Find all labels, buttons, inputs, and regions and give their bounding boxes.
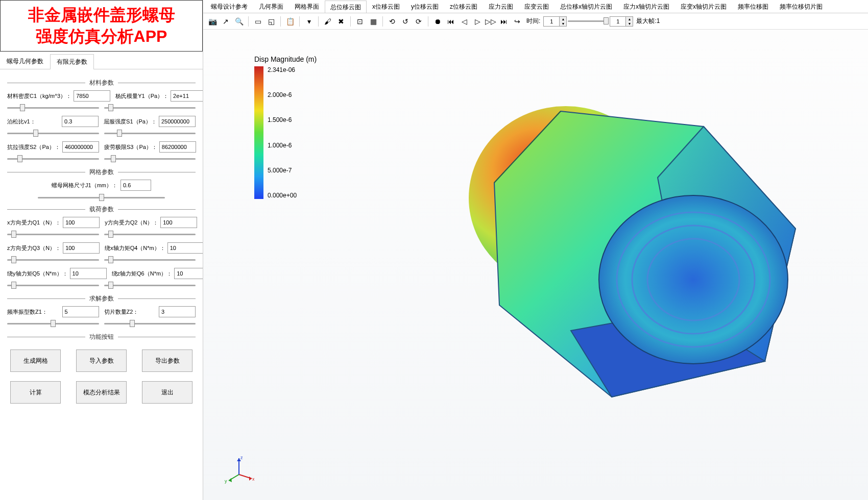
tab-strain-slice-x[interactable]: 应变x轴切片云图 [675, 0, 732, 13]
prev-frame-icon[interactable]: ◁ [458, 15, 470, 28]
last-frame-icon[interactable]: ⏭ [498, 15, 510, 28]
label-s3: 疲劳极限S3（Pa）： [104, 143, 157, 151]
slider-s1[interactable] [104, 129, 196, 137]
tab-geometry-view[interactable]: 几何界面 [253, 0, 289, 13]
import-params-button[interactable]: 导入参数 [76, 349, 127, 372]
input-q5[interactable] [70, 268, 107, 279]
slider-j1[interactable] [38, 197, 165, 198]
legend-title: Disp Magnitude (m) [254, 55, 317, 63]
tab-stress-slice-x[interactable]: 应力x轴切片云图 [618, 0, 675, 13]
slider-q3[interactable] [7, 256, 99, 264]
label-v1: 泊松比v1： [7, 118, 60, 126]
camera-icon[interactable]: 📷 [206, 15, 219, 28]
input-q6[interactable] [174, 268, 203, 279]
time-slider[interactable] [568, 20, 609, 22]
section-solve: 求解参数 [7, 294, 196, 303]
slider-q5[interactable] [7, 281, 99, 289]
tab-mesh-view[interactable]: 网格界面 [289, 0, 325, 13]
tab-total-disp[interactable]: 总位移云图 [325, 1, 367, 13]
input-v1[interactable] [62, 116, 99, 127]
viewport-toolbar: 📷 ↗ 🔍 ▭ ◱ 📋 ▾ 🖌 ✖ ⊡ ▦ ⟲ ↺ ⟳ ⏺ ⏮ ◁ ▷ ▷▷ [203, 13, 868, 30]
slider-z2[interactable] [104, 319, 196, 328]
input-s1[interactable] [159, 116, 196, 127]
svg-text:x: x [252, 477, 254, 482]
tab-freq-disp-slice[interactable]: 频率位移切片图 [774, 0, 828, 13]
tab-y-disp[interactable]: y位移云图 [405, 0, 444, 13]
label-q3: z方向受力Q3（N）： [7, 244, 61, 252]
select-lasso-icon[interactable]: ◱ [265, 15, 277, 28]
record-icon[interactable]: ⏺ [431, 15, 444, 28]
slider-s3[interactable] [104, 155, 196, 163]
tab-z-disp[interactable]: z位移云图 [444, 0, 483, 13]
input-q2[interactable] [160, 217, 197, 228]
section-mesh: 网格参数 [7, 168, 196, 177]
play-icon[interactable]: ▷ [471, 15, 484, 28]
section-buttons: 功能按钮 [7, 333, 196, 341]
legend-tick: 2.000e-6 [268, 91, 297, 98]
slider-q2[interactable] [104, 230, 196, 238]
label-c1: 材料密度C1（kg/m^3）： [7, 92, 71, 100]
filter-icon[interactable]: ▾ [303, 15, 315, 28]
tab-design-ref[interactable]: 螺母设计参考 [205, 0, 253, 13]
loop-icon[interactable]: ↪ [511, 15, 523, 28]
grid-dash-icon[interactable]: ⊡ [354, 15, 366, 28]
legend-tick: 5.000e-7 [268, 167, 297, 174]
svg-marker-11 [249, 477, 252, 481]
copy-icon[interactable]: 📋 [284, 15, 296, 28]
slider-c1[interactable] [7, 104, 99, 112]
tab-x-disp[interactable]: x位移云图 [367, 0, 405, 13]
slider-q6[interactable] [104, 281, 196, 289]
generate-mesh-button[interactable]: 生成网格 [10, 349, 61, 372]
svg-text:z: z [240, 455, 243, 460]
tab-strain[interactable]: 应变云图 [519, 0, 554, 13]
tab-disp-slice-x[interactable]: 总位移x轴切片云图 [554, 0, 618, 13]
svg-text:y: y [225, 479, 227, 484]
slider-z1[interactable] [7, 319, 99, 328]
modal-results-button[interactable]: 模态分析结果 [76, 381, 127, 404]
maxframe-label: 最大帧:1 [636, 17, 660, 26]
section-material: 材料参数 [7, 79, 196, 87]
next-frame-icon[interactable]: ▷▷ [485, 15, 497, 28]
export-icon[interactable]: ↗ [220, 15, 232, 28]
compute-button[interactable]: 计算 [10, 381, 61, 404]
zoom-icon[interactable]: 🔍 [233, 15, 245, 28]
label-q4: 绕x轴力矩Q4（N*m）： [105, 244, 165, 252]
grid-solid-icon[interactable]: ▦ [367, 15, 379, 28]
tab-stress[interactable]: 应力云图 [483, 0, 519, 13]
slider-v1[interactable] [7, 129, 99, 137]
input-s3[interactable] [159, 141, 196, 153]
slider-q4[interactable] [104, 256, 196, 264]
input-s2[interactable] [62, 141, 99, 153]
exit-button[interactable]: 退出 [142, 381, 192, 404]
time-spinner[interactable]: ▲▼ [543, 16, 567, 27]
tab-fem-params[interactable]: 有限元参数 [50, 54, 94, 69]
refresh-icon[interactable]: ⟳ [413, 15, 425, 28]
erase-icon[interactable]: ✖ [335, 15, 347, 28]
export-params-button[interactable]: 导出参数 [142, 349, 192, 372]
label-s2: 抗拉强度S2（Pa）： [7, 143, 60, 151]
input-y1[interactable] [171, 90, 203, 102]
label-z2: 切片数量Z2： [104, 308, 157, 316]
input-q3[interactable] [63, 242, 100, 254]
viewport-3d[interactable]: Disp Magnitude (m) 2.341e-06 2.000e-6 1.… [203, 30, 868, 500]
input-c1[interactable] [74, 90, 110, 102]
reset-icon[interactable]: ↺ [399, 15, 412, 28]
select-box-icon[interactable]: ▭ [252, 15, 264, 28]
first-frame-icon[interactable]: ⏮ [445, 15, 457, 28]
input-q1[interactable] [63, 217, 100, 228]
tab-freq-disp[interactable]: 频率位移图 [732, 0, 774, 13]
legend-tick: 1.500e-6 [268, 116, 297, 123]
input-q4[interactable] [167, 242, 203, 254]
rotate-icon[interactable]: ⟲ [386, 15, 398, 28]
slider-s2[interactable] [7, 155, 99, 163]
input-j1[interactable] [120, 180, 151, 191]
slider-y1[interactable] [104, 104, 196, 112]
input-z1[interactable] [62, 306, 99, 317]
tab-geometry-params[interactable]: 螺母几何参数 [0, 54, 50, 69]
label-q1: x方向受力Q1（N）： [7, 219, 61, 227]
input-z2[interactable] [159, 306, 196, 317]
frame-spinner[interactable]: ▲▼ [610, 16, 633, 27]
brush-icon[interactable]: 🖌 [322, 15, 334, 28]
color-legend: Disp Magnitude (m) 2.341e-06 2.000e-6 1.… [254, 55, 317, 199]
slider-q1[interactable] [7, 230, 99, 238]
